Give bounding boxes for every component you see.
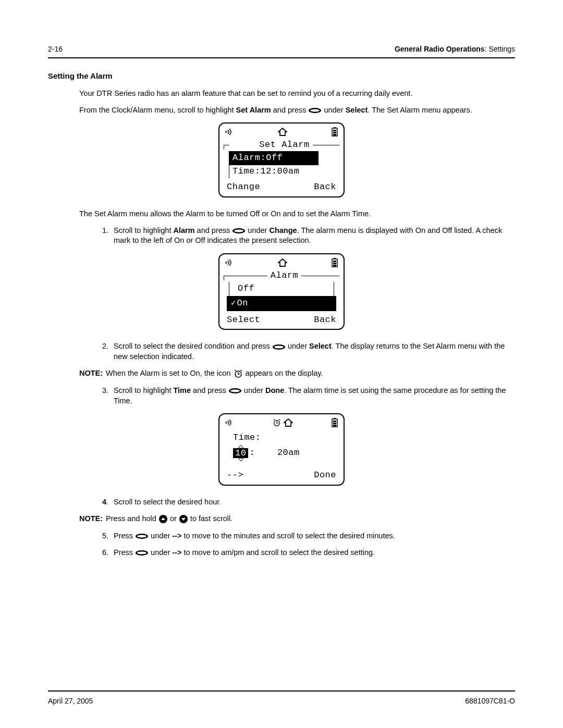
svg-rect-36: [333, 421, 336, 422]
softkey-icon: [272, 344, 286, 350]
svg-rect-38: [333, 425, 336, 426]
step1-a: Scroll to highlight: [114, 226, 173, 235]
lcd2-row-off: Off: [229, 282, 334, 296]
step3-c: and press: [191, 386, 228, 394]
svg-rect-6: [333, 130, 336, 131]
lcd-screenshot-alarm: Alarm Off ✓On Select Back: [218, 253, 345, 330]
svg-point-28: [226, 422, 227, 423]
note1-b: appears on the display.: [243, 369, 323, 377]
step-4-number: 4.: [94, 497, 114, 508]
step3-a: Scroll to highlight: [114, 386, 173, 394]
step4-num-bold: 4: [102, 498, 106, 506]
softkey-icon: [308, 107, 322, 114]
softkey-icon: [135, 550, 149, 556]
step2-a: Scroll to select the desired condition a…: [114, 342, 272, 350]
step-1: 1. Scroll to highlight Alarm and press u…: [94, 226, 515, 246]
home-icon: [284, 418, 293, 427]
step1-c: and press: [195, 226, 232, 235]
softkey-icon: [135, 533, 149, 539]
step2-b: under: [286, 342, 309, 350]
p2-part-c: and press: [271, 106, 309, 114]
step6-b: under: [149, 548, 172, 557]
intro-paragraph-1: Your DTR Series radio has an alarm featu…: [79, 89, 515, 99]
battery-icon: [331, 418, 338, 427]
lcd-screenshot-setalarm: Set Alarm Alarm:Off Time:12:00am Change …: [218, 122, 345, 198]
svg-line-24: [240, 370, 242, 371]
step5-c: -->: [172, 532, 181, 540]
page-number: 2-16: [48, 44, 63, 54]
signal-icon: [225, 259, 234, 266]
step5-d: to move to the minutes and scroll to sel…: [181, 532, 395, 540]
step-2: 2. Scroll to select the desired conditio…: [94, 341, 515, 362]
svg-rect-17: [333, 265, 336, 266]
softkey-icon: [228, 388, 242, 394]
step-6-number: 6.: [94, 548, 114, 558]
note1-a: When the Alarm is set to On, the icon: [106, 369, 232, 377]
lcd2-softkey-right: Back: [314, 314, 336, 326]
lcd1-softkey-left: Change: [227, 181, 260, 193]
svg-line-23: [235, 370, 236, 371]
p2-bold-select: Select: [346, 106, 368, 114]
home-icon: [278, 128, 287, 136]
note2-c: to fast scroll.: [188, 514, 232, 523]
alarm-clock-icon: [233, 369, 243, 378]
step1-e: Change: [269, 226, 297, 235]
paragraph-3: The Set Alarm menu allows the Alarm to b…: [79, 209, 515, 219]
step6-d: to move to am/pm and scroll to select th…: [181, 548, 375, 557]
up-button-icon: [158, 514, 168, 524]
signal-icon: [225, 419, 234, 426]
svg-point-26: [230, 390, 240, 392]
note-1: NOTE: When the Alarm is set to On, the i…: [79, 368, 515, 379]
note2-a: Press and hold: [106, 514, 158, 523]
svg-rect-37: [333, 423, 336, 424]
svg-point-3: [226, 131, 227, 132]
lcd3-rest: : 20am: [249, 447, 299, 459]
softkey-icon: [232, 228, 246, 234]
p2-part-a: From the Clock/Alarm menu, scroll to hig…: [79, 106, 236, 114]
battery-icon: [331, 127, 338, 137]
note-1-label: NOTE:: [79, 368, 106, 379]
step6-c: -->: [172, 548, 181, 557]
header-section-bold: General Radio Operations: [395, 45, 485, 53]
step3-e: Done: [265, 386, 284, 394]
note-2: NOTE: Press and hold or to fast scroll.: [79, 514, 515, 524]
header-section: General Radio Operations: Settings: [395, 44, 515, 54]
step1-d: under: [246, 226, 269, 235]
lcd3-title: Time:: [229, 432, 336, 444]
step-6: 6. Press under --> to move to am/pm and …: [94, 548, 515, 558]
step-4: 4. Scroll to select the desired hour.: [94, 497, 515, 508]
down-button-icon: [179, 514, 188, 524]
svg-point-12: [226, 262, 227, 263]
step-2-number: 2.: [94, 341, 114, 362]
lcd-screenshot-time: Time: 10 : 20am --> Done: [218, 413, 345, 486]
svg-rect-8: [333, 134, 336, 135]
alarm-clock-icon: [272, 418, 282, 427]
step4-dot: .: [106, 498, 108, 506]
step-5-number: 5.: [94, 531, 114, 541]
svg-point-42: [137, 535, 146, 538]
svg-line-33: [279, 419, 280, 421]
lcd2-off-text: Off: [238, 283, 254, 293]
lcd3-softkey-left: -->: [227, 470, 243, 482]
lcd3-softkey-right: Done: [314, 470, 336, 482]
step-1-number: 1.: [94, 226, 114, 246]
p2-part-f: . The Set Alarm menu appears.: [368, 106, 472, 114]
step5-a: Press: [114, 532, 135, 540]
lcd1-softkey-right: Back: [314, 181, 336, 193]
lcd1-title: Set Alarm: [256, 139, 312, 151]
header-rule: [48, 57, 515, 58]
page-footer: April 27, 2005 6881097C81-O: [48, 696, 515, 706]
svg-point-44: [137, 552, 146, 554]
step-3: 3. Scroll to highlight Time and press un…: [94, 386, 515, 406]
lcd2-on-text: On: [237, 298, 248, 308]
svg-point-10: [234, 229, 243, 232]
lcd1-row-time: Time:12:00am: [229, 165, 339, 178]
p2-bold-setalarm: Set Alarm: [236, 106, 271, 114]
home-icon: [278, 258, 287, 267]
step6-a: Press: [114, 548, 135, 557]
lcd3-hour: 10: [233, 448, 248, 458]
svg-rect-15: [333, 261, 336, 262]
footer-docnum: 6881097C81-O: [465, 696, 515, 706]
section-heading: Setting the Alarm: [48, 71, 515, 81]
p2-part-d: under: [322, 106, 345, 114]
